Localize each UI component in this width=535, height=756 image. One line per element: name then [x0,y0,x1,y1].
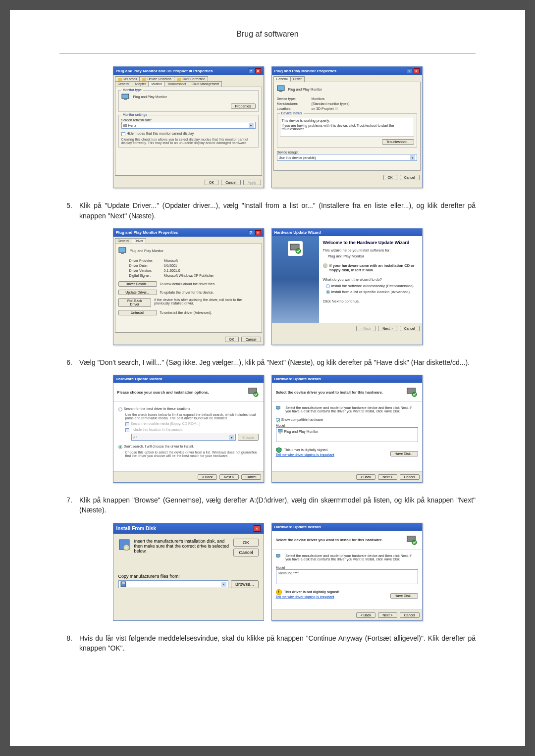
close-icon[interactable]: × [414,68,420,73]
tab-general[interactable]: General [115,81,132,87]
step-text: Hvis du får vist følgende meddelelsesvin… [79,633,476,654]
properties-button[interactable]: Properties [231,103,256,109]
cancel-button[interactable]: Cancel [400,175,420,180]
svg-rect-15 [277,409,278,410]
help-icon[interactable]: ? [248,68,254,73]
tellme-link[interactable]: Tell me why driver signing is important [276,595,340,599]
monitor-icon [121,94,130,101]
tab-general[interactable]: General [115,238,132,244]
shield-icon [276,447,282,453]
refresh-rate-dropdown[interactable]: 60 Hertz ▾ [121,122,256,129]
help-icon[interactable]: ? [248,230,254,235]
legend-device-status: Device status [280,111,304,115]
radio-icon [326,290,330,294]
have-disk-button[interactable]: Have Disk... [390,593,418,599]
next-button[interactable]: Next > [219,474,238,480]
cancel-button[interactable]: Cancel [221,180,241,185]
cancel-button[interactable]: Cancel [241,337,261,342]
cancel-button[interactable]: Cancel [241,474,261,480]
tab-device-selection[interactable]: Device Selection [139,76,174,81]
ok-button[interactable]: OK [205,180,218,185]
monitor-icon [118,247,127,255]
legend-monitor-settings: Monitor settings [121,113,149,116]
tab-troubleshoot[interactable]: Troubleshoot [164,81,189,87]
next-button[interactable]: Next > [378,474,397,480]
driver-details-button[interactable]: Driver Details... [118,281,157,287]
button-row: OK Cancel [272,172,422,183]
tab-driver[interactable]: Driver [290,76,305,82]
dialog-monitor-3dprophet-properties: Plug and Play Monitor and 3D Prophet III… [113,66,264,188]
radio-install-auto[interactable]: Install the software automatically (Reco… [326,284,418,288]
next-button[interactable]: Next > [378,612,397,618]
tellme-link[interactable]: Tell me why driver signing is important [276,453,334,456]
back-button[interactable]: < Back [198,474,217,480]
titlebar-text: Hardware Update Wizard [274,377,321,381]
manufacturer-value: (Standard monitor types) [312,102,350,105]
wizard-side-graphic [272,236,319,323]
monitor-icon [277,85,286,93]
cancel-button[interactable]: Cancel [233,549,258,556]
step-7: 7. Klik på knappen "Browse" (Gennemse), … [59,495,476,515]
ok-button[interactable]: OK [383,175,397,180]
close-icon[interactable]: × [255,230,261,235]
tab-body-driver: Plug and Play Monitor Driver Provider:Mi… [115,244,262,333]
back-button[interactable]: < Back [356,474,376,480]
checkbox-show-compatible[interactable]: Show compatible hardware [276,418,418,422]
next-button[interactable]: Next > [378,326,397,331]
date-label: Driver Date: [129,264,164,267]
model-listbox[interactable]: Plug and Play Monitor [276,427,418,442]
monitor-icon [276,406,281,414]
checkbox-icon [121,132,125,136]
rollback-driver-button[interactable]: Roll Back Driver [118,298,152,307]
cancel-button[interactable]: Cancel [400,326,420,331]
wizard-header-text: Select the device driver you want to ins… [276,538,383,542]
step-6: 6. Vælg "Don't search, I will..." (Søg i… [59,357,476,367]
svg-rect-14 [276,406,280,409]
cancel-button[interactable]: Cancel [400,474,420,480]
cd-icon [323,263,327,270]
device-usage-dropdown[interactable]: Use this device (enable) ▾ [277,154,417,161]
radio-dont-search[interactable]: Don't search. I will choose the driver t… [118,445,259,449]
tab-geforce[interactable]: GeForce3 [115,76,140,81]
radio-install-list[interactable]: Install from a list or specific location… [326,290,418,294]
tab-adapter[interactable]: Adapter [132,81,149,87]
svg-rect-5 [121,253,124,254]
chevron-down-icon: ▾ [410,155,415,160]
wizard-content: Search for the best driver in these loca… [113,402,264,471]
tab-color-correction[interactable]: Color Correction [174,76,208,81]
update-driver-button[interactable]: Update Driver... [118,290,157,295]
tab-driver[interactable]: Driver [132,238,146,244]
copy-from-dropdown[interactable]: ▾ [118,580,228,588]
close-icon[interactable]: × [254,525,261,532]
step-number: 7. [64,495,79,515]
figure-row-2: Plug and Play Monitor Properties ? × Gen… [59,228,476,345]
tab-color-management[interactable]: Color Management [189,81,222,87]
help-icon[interactable]: ? [407,68,413,73]
uninstall-text: To uninstall the driver (Advanced). [160,311,213,314]
cancel-button[interactable]: Cancel [400,612,420,618]
tab-monitor[interactable]: Monitor [148,81,165,87]
dialog-wizard-select-driver-2: Hardware Update Wizard Select the device… [271,523,423,621]
model-listbox[interactable]: Samsung **** [276,569,418,584]
dialog-wizard-search-options: Hardware Update Wizard Please choose you… [113,375,264,483]
titlebar: Hardware Update Wizard [113,375,264,383]
rollback-driver-text: If the device fails after updating the d… [154,298,258,305]
troubleshoot-button[interactable]: Troubleshoot... [382,139,414,145]
uninstall-button[interactable]: Uninstall [118,310,157,315]
checkbox-hide-modes[interactable]: Hide modes that this monitor cannot disp… [121,132,256,136]
tab-general[interactable]: General [273,76,291,82]
ok-button[interactable]: OK [233,539,258,547]
have-disk-button[interactable]: Have Disk... [390,451,418,456]
warning-icon: ! [276,589,282,595]
copy-from-label: Copy manufacturer's files from: [118,574,259,579]
ok-button[interactable]: OK [225,337,239,342]
back-button[interactable]: < Back [356,612,376,618]
chevron-down-icon: ▾ [249,123,254,128]
device-usage-value: Use this device (enable) [279,156,316,159]
folder-icon [177,78,181,81]
radio-search-best[interactable]: Search for the best driver in these loca… [118,407,259,411]
hr-bottom [59,731,476,731]
browse-button[interactable]: Browse... [231,580,259,588]
monitor-small-icon [278,429,283,434]
close-icon[interactable]: × [255,68,261,73]
